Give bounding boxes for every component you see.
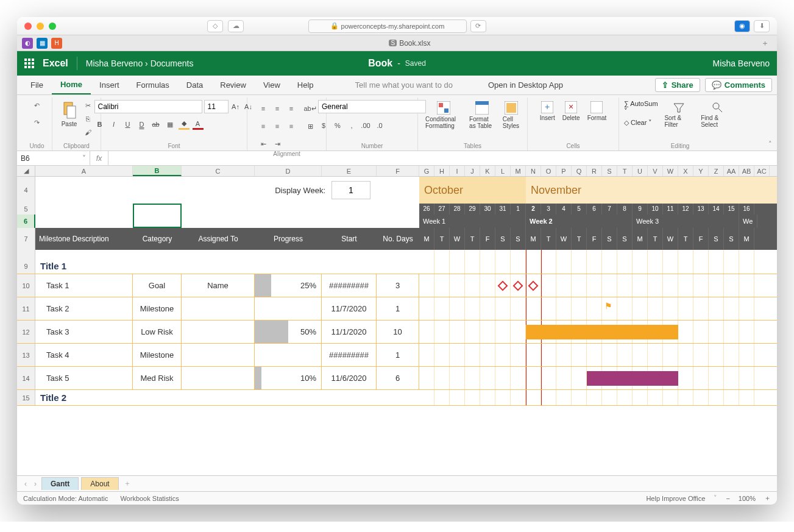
sheet-nav-prev-icon[interactable]: ‹ xyxy=(22,480,29,488)
app-name[interactable]: Excel xyxy=(43,58,68,69)
number-format-select[interactable] xyxy=(318,100,426,113)
app-icon-2[interactable]: ▦ xyxy=(37,38,48,49)
reload-icon[interactable]: ⟳ xyxy=(470,20,486,32)
font-select[interactable] xyxy=(94,100,202,113)
fill-color-button[interactable]: ◆ xyxy=(179,119,190,130)
cond-format-button[interactable]: Conditional Formatting xyxy=(423,100,464,130)
find-select-button[interactable]: Find & Select xyxy=(698,100,736,129)
currency-icon[interactable]: $ xyxy=(318,120,329,131)
row-7[interactable]: 7 xyxy=(17,228,35,250)
tab-review[interactable]: Review xyxy=(211,76,255,94)
table-row[interactable]: 10 Task 1 Goal Name 25% ######### 3 xyxy=(17,274,777,297)
align-right-icon[interactable]: ≡ xyxy=(286,121,297,132)
collapse-ribbon-icon[interactable]: ˄ xyxy=(768,140,772,148)
browser-tab[interactable]: S Book.xlsx xyxy=(66,39,754,48)
name-box[interactable]: B6˅ xyxy=(17,151,90,165)
align-top-icon[interactable]: ≡ xyxy=(258,103,269,114)
row-6[interactable]: 6 xyxy=(17,215,35,228)
user-name[interactable]: Misha Berveno xyxy=(713,59,770,68)
copy-icon[interactable]: ⎘ xyxy=(82,113,94,124)
workbook-stats[interactable]: Workbook Statistics xyxy=(120,495,179,502)
open-desktop-link[interactable]: Open in Desktop App xyxy=(480,76,572,94)
underline-button[interactable]: U xyxy=(122,119,133,130)
add-sheet-icon[interactable]: ＋ xyxy=(121,478,133,489)
font-color-button[interactable]: A xyxy=(193,119,204,130)
table-row[interactable]: 13 Task 4 Milestone ######### 1 xyxy=(17,344,777,367)
align-left-icon[interactable]: ≡ xyxy=(258,121,269,132)
breadcrumb[interactable]: Misha Berveno › Documents xyxy=(86,59,194,68)
tab-file[interactable]: File xyxy=(22,76,52,94)
percent-icon[interactable]: % xyxy=(332,120,343,131)
format-cells-button[interactable]: Format xyxy=(585,100,609,122)
select-all-corner[interactable]: ◢ xyxy=(17,166,35,176)
indent-inc-icon[interactable]: ⇥ xyxy=(272,138,283,149)
selected-cell[interactable] xyxy=(133,204,182,228)
private-icon[interactable]: ◇ xyxy=(207,20,223,32)
sheet-tab-about[interactable]: About xyxy=(81,477,118,490)
border-button[interactable]: ▦ xyxy=(165,119,175,130)
doc-title[interactable]: Book xyxy=(368,58,392,69)
align-center-icon[interactable]: ≡ xyxy=(272,121,283,132)
download-icon[interactable]: ⬇ xyxy=(754,20,770,32)
tab-view[interactable]: View xyxy=(255,76,289,94)
autosum-button[interactable]: ∑ AutoSum ˅ xyxy=(624,100,659,115)
cell-styles-button[interactable]: Cell Styles xyxy=(500,100,522,130)
sheet-tab-gantt[interactable]: Gantt xyxy=(41,477,79,490)
paste-button[interactable]: Paste xyxy=(59,100,80,129)
col-A[interactable]: A xyxy=(35,166,133,176)
insert-cells-button[interactable]: +Insert xyxy=(537,100,558,122)
minimize-icon[interactable] xyxy=(37,23,44,30)
table-row[interactable]: 11 Task 2 Milestone 11/7/2020 1 ⚑ xyxy=(17,297,777,321)
table-row[interactable]: 12 Task 3 Low Risk 50% 11/1/2020 10 xyxy=(17,321,777,344)
align-bot-icon[interactable]: ≡ xyxy=(286,103,297,114)
spreadsheet[interactable]: ◢ A B C D E F G H I J K L M N O P Q R S … xyxy=(17,166,777,475)
clear-button[interactable]: ◇ Clear ˅ xyxy=(624,119,659,127)
share-button[interactable]: ⇪Share xyxy=(655,78,700,92)
bold-button[interactable]: B xyxy=(94,119,105,130)
strike-button[interactable]: ab xyxy=(151,119,161,130)
col-E[interactable]: E xyxy=(322,166,377,176)
new-tab-button[interactable]: ＋ xyxy=(757,38,772,49)
italic-button[interactable]: I xyxy=(108,119,119,130)
cut-icon[interactable]: ✂ xyxy=(82,100,94,111)
fx-icon[interactable]: fx xyxy=(90,151,108,165)
font-size-select[interactable] xyxy=(204,100,229,113)
col-B[interactable]: B xyxy=(133,166,182,176)
inc-decimal-icon[interactable]: .00 xyxy=(360,120,371,131)
table-row[interactable]: 14 Task 5 Med Risk 10% 11/6/2020 6 xyxy=(17,367,777,390)
shield-icon[interactable]: ◉ xyxy=(734,20,750,32)
tab-home[interactable]: Home xyxy=(52,76,91,94)
maximize-icon[interactable] xyxy=(49,23,56,30)
col-C[interactable]: C xyxy=(182,166,255,176)
zoom-out-icon[interactable]: − xyxy=(726,495,729,502)
undo-button[interactable]: ↶ xyxy=(31,100,43,111)
sort-filter-button[interactable]: Sort & Filter xyxy=(662,100,696,129)
url-bar[interactable]: 🔒powerconcepts-my.sharepoint.com xyxy=(308,20,467,33)
help-improve[interactable]: Help Improve Office xyxy=(646,495,705,502)
comma-icon[interactable]: , xyxy=(346,120,357,131)
app-launcher-icon[interactable] xyxy=(24,59,34,68)
display-week-input[interactable] xyxy=(331,181,370,199)
tab-formulas[interactable]: Formulas xyxy=(128,76,178,94)
app-icon-1[interactable]: ◐ xyxy=(22,38,33,49)
zoom-in-icon[interactable]: ＋ xyxy=(764,494,771,503)
cloud-icon[interactable]: ☁ xyxy=(228,20,244,32)
col-D[interactable]: D xyxy=(255,166,322,176)
col-F[interactable]: F xyxy=(377,166,419,176)
row-4[interactable]: 4 xyxy=(17,177,35,204)
merge-icon[interactable]: ⊞ xyxy=(305,121,316,132)
col-G[interactable]: G xyxy=(419,166,434,176)
close-icon[interactable] xyxy=(24,23,32,30)
delete-cells-button[interactable]: ×Delete xyxy=(560,100,583,122)
comments-button[interactable]: 💬Comments xyxy=(705,78,772,92)
format-table-button[interactable]: Format as Table xyxy=(467,100,498,130)
formula-input[interactable] xyxy=(108,151,777,165)
tab-data[interactable]: Data xyxy=(178,76,211,94)
sheet-nav-next-icon[interactable]: › xyxy=(32,480,39,488)
grow-font-icon[interactable]: A↑ xyxy=(230,101,241,112)
wrap-text-icon[interactable]: ab↵ xyxy=(305,103,316,114)
format-painter-icon[interactable]: 🖌 xyxy=(82,127,94,138)
app-icon-3[interactable]: H xyxy=(51,38,62,49)
row-5[interactable]: 5 xyxy=(17,204,35,215)
align-mid-icon[interactable]: ≡ xyxy=(272,103,283,114)
